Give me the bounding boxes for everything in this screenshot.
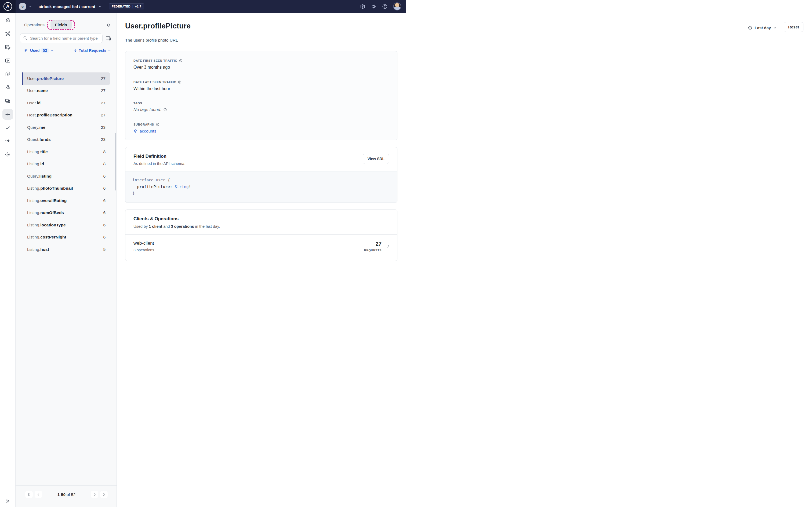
nav-settings-gear-icon[interactable] (2, 149, 13, 160)
sort-total-requests-dropdown[interactable]: Total Requests (73, 48, 111, 53)
field-list-item[interactable]: Query.me 23 (22, 121, 110, 133)
apollo-logo-icon: A (3, 2, 12, 11)
help-icon[interactable] (382, 3, 388, 9)
graph-name[interactable]: airlock-managed-fed / current (39, 4, 95, 9)
chevron-down-icon (50, 49, 54, 52)
nav-changelog-icon[interactable] (2, 69, 13, 79)
info-icon[interactable] (156, 123, 159, 126)
arrow-down-icon (73, 49, 77, 53)
annotation-highlight: Fields (47, 20, 75, 30)
field-list: User.profilePicture 27 User.name 27 User… (15, 72, 116, 253)
view-sdl-button[interactable]: View SDL (363, 154, 389, 164)
last-seen-value: Within the last hour (134, 87, 389, 91)
client-filter-devices-icon[interactable] (105, 35, 112, 42)
first-seen-label: DATE FIRST SEEN TRAFFIC (134, 59, 389, 62)
client-row-web-client[interactable]: web-client 3 operations 27 REQUESTS (125, 234, 397, 254)
federated-version-badge: FEDERATED | v2.7 (109, 3, 144, 9)
clients-title: Clients & Operations (134, 216, 389, 222)
user-avatar[interactable] (393, 2, 401, 10)
nav-subgraph-blocks-icon[interactable] (2, 82, 13, 93)
org-badge[interactable]: o (19, 3, 26, 10)
field-list-item[interactable]: Listing.title 8 (22, 146, 110, 158)
package-icon[interactable] (360, 4, 365, 9)
top-bar: A o airlock-managed-fed / current FEDERA… (0, 0, 406, 13)
nav-insights-pulse-icon[interactable] (2, 109, 13, 120)
nav-checks-icon[interactable] (2, 122, 13, 133)
field-definition-title: Field Definition (134, 154, 185, 159)
field-list-item[interactable]: Listing.photoThumbnail 6 (22, 182, 110, 195)
cube-icon (134, 129, 138, 133)
clients-subtitle: Used by 1 client and 3 operations in the… (134, 224, 389, 229)
search-icon (23, 36, 28, 41)
field-list-item[interactable]: Listing.numOfBeds 6 (22, 207, 110, 219)
fields-panel: Operations Fields Used 52 Total Requests (15, 13, 117, 253)
field-list-item[interactable]: Guest.funds 23 (22, 133, 110, 146)
used-count: 52 (41, 48, 48, 53)
nav-notes-icon[interactable] (2, 42, 13, 53)
field-definition-card: Field Definition As defined in the API s… (125, 147, 397, 203)
sdl-code-block: interface User { profilePicture: String!… (125, 171, 397, 203)
tags-label: TAGS (134, 102, 389, 105)
info-icon[interactable] (179, 59, 183, 62)
info-icon[interactable] (178, 80, 182, 84)
nav-graph-network-icon[interactable] (2, 29, 13, 39)
last-seen-label: DATE LAST SEEN TRAFFIC (134, 80, 389, 84)
chevron-right-icon (386, 244, 391, 249)
scrollbar-thumb[interactable] (115, 133, 116, 190)
requests-value: 27 (376, 241, 382, 247)
tab-fields[interactable]: Fields (50, 20, 72, 29)
nav-clients-devices-icon[interactable] (2, 96, 13, 106)
collapse-panel-icon[interactable] (106, 22, 111, 27)
field-search-input[interactable] (20, 33, 103, 43)
field-list-item[interactable]: User.profilePicture 27 (22, 72, 110, 85)
filter-used-dropdown[interactable]: Used 52 (24, 48, 54, 53)
client-operations-count: 3 operations (134, 248, 154, 252)
client-name: web-client (134, 241, 154, 246)
field-description: The user's profile photo URL (125, 38, 406, 43)
tab-operations[interactable]: Operations (24, 22, 45, 27)
main-content: User.profilePicture Last day Reset The u… (117, 13, 406, 253)
subgraphs-label: SUBGRAPHS (134, 123, 389, 126)
tags-value: No tags found. (134, 107, 389, 112)
org-chevron-down-icon[interactable] (29, 5, 32, 8)
filter-icon (24, 49, 28, 53)
page-title: User.profilePicture (125, 22, 191, 30)
field-list-item[interactable]: Listing.id 8 (22, 158, 110, 170)
field-list-item[interactable]: User.name 27 (22, 85, 110, 97)
first-seen-value: Over 3 months ago (134, 65, 389, 70)
field-overview-card: DATE FIRST SEEN TRAFFIC Over 3 months ag… (125, 51, 397, 140)
field-list-item[interactable]: Listing.overallRating 6 (22, 194, 110, 207)
field-list-item[interactable]: Query.listing 6 (22, 170, 110, 182)
clients-operations-card: Clients & Operations Used by 1 client an… (125, 210, 397, 254)
announcements-megaphone-icon[interactable] (371, 4, 376, 9)
nav-home-icon[interactable] (2, 15, 13, 26)
field-list-item[interactable]: User.id 27 (22, 97, 110, 109)
chevron-down-icon (108, 49, 111, 52)
nav-video-icon[interactable] (2, 55, 13, 66)
apollo-logo[interactable]: A (0, 0, 15, 13)
info-icon[interactable] (163, 108, 167, 112)
subgraph-link-accounts[interactable]: accounts (134, 129, 389, 133)
field-list-item[interactable]: Listing.host 5 (22, 243, 110, 253)
field-list-item[interactable]: Listing.locationType 6 (22, 219, 110, 231)
field-list-item[interactable]: Listing.costPerNight 6 (22, 231, 110, 243)
nav-rail (0, 13, 15, 253)
field-list-item[interactable]: Host.profileDescription 27 (22, 109, 110, 121)
nav-launches-rocket-icon[interactable] (2, 136, 13, 147)
requests-label: REQUESTS (364, 249, 382, 252)
field-definition-subtitle: As defined in the API schema. (134, 162, 185, 166)
graph-chevron-down-icon[interactable] (98, 5, 102, 8)
